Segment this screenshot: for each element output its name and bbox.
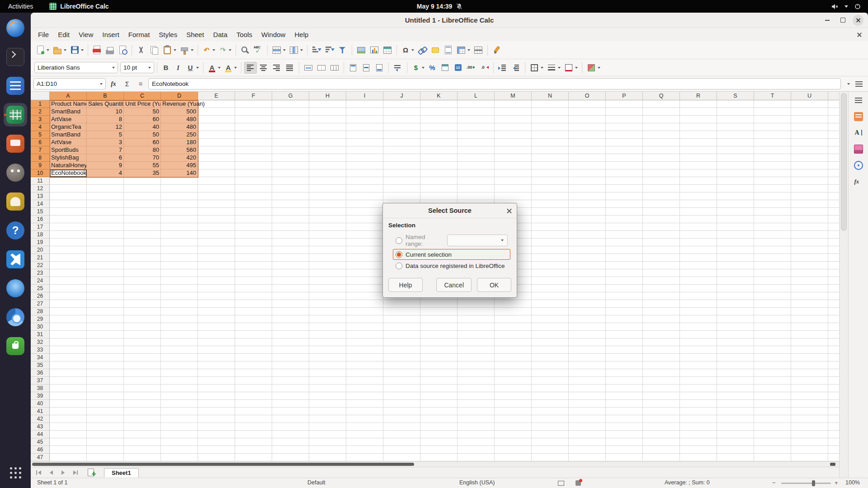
cell-V6[interactable]	[828, 139, 839, 146]
cell-D6[interactable]: 180	[161, 139, 198, 146]
open-button[interactable]	[51, 45, 68, 55]
cell-K46[interactable]	[420, 446, 458, 454]
cell-G19[interactable]	[272, 239, 309, 246]
cell-U12[interactable]	[791, 185, 828, 192]
language[interactable]: English (USA)	[459, 479, 495, 486]
cell-E14[interactable]	[198, 200, 235, 208]
cell-T12[interactable]	[754, 185, 791, 192]
cell-L35[interactable]	[458, 361, 495, 369]
cell-D40[interactable]	[161, 400, 198, 408]
cell-V21[interactable]	[828, 254, 839, 262]
cell-E45[interactable]	[198, 438, 235, 446]
cell-I5[interactable]	[346, 131, 383, 139]
cell-D18[interactable]	[161, 231, 198, 239]
cell-U28[interactable]	[791, 308, 828, 315]
font-size-combobox[interactable]: 10 pt	[120, 62, 154, 73]
cell-F8[interactable]	[235, 154, 272, 162]
cell-N20[interactable]	[532, 246, 569, 254]
cell-M37[interactable]	[495, 377, 532, 385]
cell-L47[interactable]	[458, 454, 495, 461]
cell-N3[interactable]	[532, 116, 569, 123]
cell-R34[interactable]	[680, 354, 717, 361]
cell-F14[interactable]	[235, 200, 272, 208]
cell-N19[interactable]	[532, 239, 569, 246]
cell-R32[interactable]	[680, 338, 717, 346]
cell-O33[interactable]	[569, 346, 606, 354]
cell-C4[interactable]: 40	[124, 123, 161, 131]
cell-F3[interactable]	[235, 116, 272, 123]
cell-Q34[interactable]	[643, 354, 680, 361]
row-header-41[interactable]: 41	[31, 408, 50, 415]
cell-P47[interactable]	[606, 454, 643, 461]
sheet-tab-sheet1[interactable]: Sheet1	[104, 468, 139, 478]
cell-U41[interactable]	[791, 408, 828, 415]
cell-S32[interactable]	[717, 338, 754, 346]
cell-N6[interactable]	[532, 139, 569, 146]
cell-C28[interactable]	[124, 308, 161, 315]
cell-U11[interactable]	[791, 177, 828, 185]
cell-F9[interactable]	[235, 162, 272, 169]
cell-L29[interactable]	[458, 315, 495, 323]
cell-O15[interactable]	[569, 208, 606, 216]
cell-I29[interactable]	[346, 315, 383, 323]
cell-F12[interactable]	[235, 185, 272, 192]
cell-K28[interactable]	[420, 308, 458, 315]
cell-F38[interactable]	[235, 385, 272, 392]
cell-U18[interactable]	[791, 231, 828, 239]
cell-N8[interactable]	[532, 154, 569, 162]
cell-P36[interactable]	[606, 369, 643, 377]
cell-U40[interactable]	[791, 400, 828, 408]
cell-V28[interactable]	[828, 308, 839, 315]
cell-E26[interactable]	[198, 292, 235, 300]
cell-P38[interactable]	[606, 385, 643, 392]
cell-J40[interactable]	[383, 400, 420, 408]
cell-T2[interactable]	[754, 108, 791, 116]
expand-formula-bar-button[interactable]	[843, 78, 853, 89]
cell-Q39[interactable]	[643, 392, 680, 400]
cell-L10[interactable]	[458, 169, 495, 177]
cell-O7[interactable]	[569, 146, 606, 154]
cell-J43[interactable]	[383, 423, 420, 431]
function-wizard-button[interactable]: fx	[108, 78, 119, 89]
cell-T24[interactable]	[754, 277, 791, 285]
cell-T3[interactable]	[754, 116, 791, 123]
cell-Q33[interactable]	[643, 346, 680, 354]
cell-V29[interactable]	[828, 315, 839, 323]
row-header-31[interactable]: 31	[31, 331, 50, 338]
cell-I4[interactable]	[346, 123, 383, 131]
cell-T29[interactable]	[754, 315, 791, 323]
cell-C44[interactable]	[124, 431, 161, 438]
cell-E7[interactable]	[198, 146, 235, 154]
cell-D3[interactable]: 480	[161, 116, 198, 123]
cell-A5[interactable]: SmartBand	[50, 131, 87, 139]
cell-M42[interactable]	[495, 415, 532, 423]
cell-R24[interactable]	[680, 277, 717, 285]
cell-C8[interactable]: 70	[124, 154, 161, 162]
border-color-button[interactable]	[562, 62, 579, 74]
cell-G36[interactable]	[272, 369, 309, 377]
cell-F24[interactable]	[235, 277, 272, 285]
cell-C37[interactable]	[124, 377, 161, 385]
cell-O25[interactable]	[569, 285, 606, 292]
cell-P30[interactable]	[606, 323, 643, 331]
cell-L31[interactable]	[458, 331, 495, 338]
cell-K12[interactable]	[420, 185, 458, 192]
cell-B45[interactable]	[87, 438, 124, 446]
cell-E28[interactable]	[198, 308, 235, 315]
cell-A44[interactable]	[50, 431, 87, 438]
cell-R15[interactable]	[680, 208, 717, 216]
cell-Q15[interactable]	[643, 208, 680, 216]
cell-H8[interactable]	[309, 154, 346, 162]
cell-M9[interactable]	[495, 162, 532, 169]
cell-U16[interactable]	[791, 216, 828, 223]
cell-S18[interactable]	[717, 231, 754, 239]
cell-K33[interactable]	[420, 346, 458, 354]
cell-O34[interactable]	[569, 354, 606, 361]
cell-O16[interactable]	[569, 216, 606, 223]
cell-T41[interactable]	[754, 408, 791, 415]
cell-D17[interactable]	[161, 223, 198, 231]
cell-R12[interactable]	[680, 185, 717, 192]
cell-D30[interactable]	[161, 323, 198, 331]
redo-button[interactable]: ↷	[217, 44, 233, 56]
export-pdf-button[interactable]	[91, 44, 103, 56]
